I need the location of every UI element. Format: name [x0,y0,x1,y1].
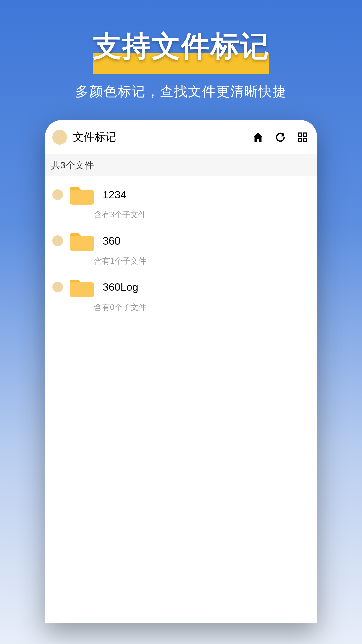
file-count-text: 共3个文件 [51,159,94,172]
folder-icon [70,231,94,251]
hero-subtitle: 多颜色标记，查找文件更清晰快捷 [0,82,362,101]
app-bar-title: 文件标记 [73,130,243,145]
hero-title-wrap: 支持文件标记 [0,27,362,66]
list-item[interactable]: 360 含有1个子文件 [45,226,317,266]
folder-name: 1234 [103,189,126,201]
folder-subtext: 含有3个子文件 [94,209,317,220]
list-item[interactable]: 360Log 含有0个子文件 [45,272,317,313]
svg-rect-3 [303,138,306,141]
folder-name: 360 [103,235,120,247]
tag-color-dot [52,282,63,292]
tag-color-dot [52,235,63,246]
tag-color-dot[interactable] [52,130,67,145]
grid-view-icon[interactable] [295,130,310,145]
svg-rect-1 [303,133,306,136]
hero-title: 支持文件标记 [0,27,362,66]
file-count-bar: 共3个文件 [45,154,317,176]
folder-icon [70,184,94,205]
svg-rect-0 [298,133,301,136]
home-icon[interactable] [251,130,265,145]
file-list: 1234 含有3个子文件 360 含有1个子文件 360Log 含有0个子文件 [45,176,317,313]
phone-frame: 文件标记 共3个文件 1234 含有3个子文件 360 [45,120,317,623]
folder-subtext: 含有0个子文件 [94,302,317,313]
list-item[interactable]: 1234 含有3个子文件 [45,180,317,220]
folder-icon [70,277,94,297]
app-bar: 文件标记 [45,120,317,154]
svg-rect-2 [298,138,301,141]
tag-color-dot [52,189,63,200]
folder-subtext: 含有1个子文件 [94,256,317,266]
folder-name: 360Log [103,281,138,293]
refresh-icon[interactable] [273,130,288,145]
